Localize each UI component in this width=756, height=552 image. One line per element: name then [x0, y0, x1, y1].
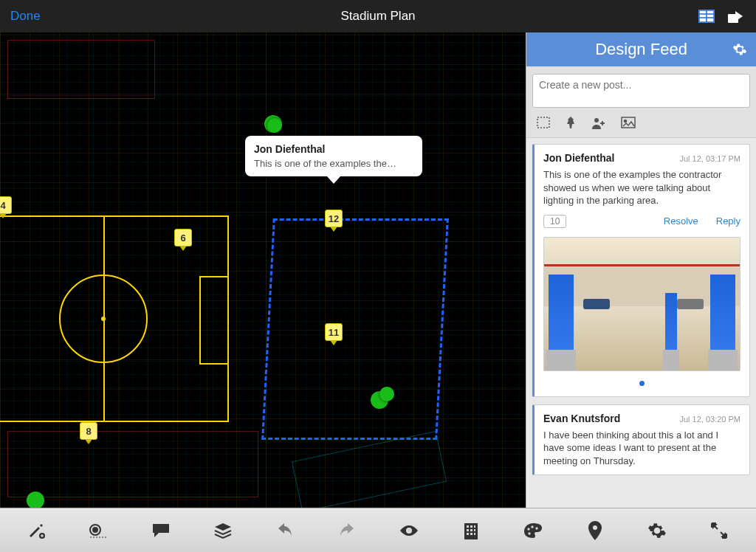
marker-dot[interactable]	[267, 118, 282, 133]
settings-gear-icon[interactable]	[633, 514, 681, 547]
pin-badge[interactable]: 8	[80, 422, 97, 440]
soccer-field-outline	[0, 215, 229, 422]
svg-rect-16	[470, 525, 472, 528]
feed-title: Design Feed	[595, 40, 687, 59]
grid-icon[interactable]	[698, 10, 715, 23]
feed-header: Design Feed	[526, 32, 756, 66]
top-bar: Done Stadium Plan	[0, 0, 756, 32]
palette-icon[interactable]	[509, 514, 557, 547]
view-count-badge[interactable]: 10	[543, 215, 566, 228]
visibility-icon[interactable]	[385, 514, 433, 547]
attachment-pager	[543, 376, 740, 389]
callout-author: Jon Diefenthal	[254, 143, 413, 155]
post-timestamp: Jul 12, 03:20 PM	[679, 415, 740, 424]
reply-button[interactable]: Reply	[716, 215, 740, 227]
post-actions: 10 Resolve Reply	[543, 215, 740, 228]
callout-snippet: This is one of the examples the…	[254, 158, 413, 169]
callout-popup[interactable]: Jon Diefenthal This is one of the exampl…	[245, 136, 422, 176]
location-pin-icon[interactable]	[571, 514, 619, 547]
selection-rect-icon[interactable]	[537, 117, 550, 130]
feed-scroll[interactable]: Jon Diefenthal Jul 12, 03:17 PM This is …	[526, 138, 756, 508]
post-body: I have been thinking about this a lot an…	[543, 429, 740, 468]
svg-rect-19	[470, 529, 472, 531]
svg-point-9	[625, 120, 627, 123]
svg-rect-6	[537, 117, 549, 128]
svg-point-24	[527, 528, 529, 530]
svg-point-25	[531, 525, 533, 528]
bottom-toolbar	[0, 508, 756, 552]
svg-rect-22	[470, 533, 472, 535]
svg-rect-18	[467, 529, 469, 531]
feed-post: Jon Diefenthal Jul 12, 03:17 PM This is …	[532, 144, 750, 397]
svg-rect-20	[474, 529, 475, 531]
image-icon[interactable]	[621, 117, 636, 130]
drawing-canvas[interactable]: 4 6 8 11 12 Jon Diefenthal This is one o…	[0, 32, 526, 508]
compose-input[interactable]	[532, 74, 750, 108]
share-icon[interactable]	[728, 10, 746, 23]
svg-point-13	[408, 529, 410, 532]
post-author: Jon Diefenthal	[543, 152, 614, 164]
done-button[interactable]: Done	[10, 9, 41, 24]
page-title: Stadium Plan	[340, 9, 415, 24]
building-icon[interactable]	[447, 514, 495, 547]
svg-rect-21	[467, 533, 469, 535]
post-body: This is one of the examples the contract…	[543, 168, 740, 207]
redo-icon[interactable]	[323, 514, 371, 547]
svg-point-12	[93, 528, 97, 532]
resolve-button[interactable]: Resolve	[664, 215, 698, 227]
pin-badge[interactable]: 12	[325, 210, 343, 227]
main-area: 4 6 8 11 12 Jon Diefenthal This is one o…	[0, 32, 756, 508]
add-person-icon[interactable]	[591, 117, 606, 130]
measure-icon[interactable]	[75, 514, 123, 547]
compose-area	[526, 66, 756, 138]
svg-rect-15	[467, 525, 469, 528]
cad-detail-block	[7, 431, 258, 497]
marker-dot[interactable]	[379, 387, 394, 401]
feed-post: Evan Knutsford Jul 12, 03:20 PM I have b…	[532, 404, 750, 476]
edit-add-icon[interactable]	[13, 514, 61, 547]
post-author: Evan Knutsford	[543, 413, 620, 424]
svg-point-26	[535, 527, 537, 529]
selection-region	[261, 218, 449, 440]
fullscreen-icon[interactable]	[695, 514, 743, 547]
marker-dot[interactable]	[27, 491, 44, 508]
svg-rect-17	[474, 525, 475, 528]
post-attachment-image[interactable]	[543, 237, 740, 371]
layers-icon[interactable]	[199, 514, 247, 547]
pager-dot	[639, 381, 645, 386]
svg-point-27	[528, 532, 530, 534]
svg-point-7	[594, 118, 599, 123]
comment-icon[interactable]	[137, 514, 185, 547]
pin-badge[interactable]: 11	[325, 323, 343, 341]
undo-icon[interactable]	[261, 514, 309, 547]
top-right-actions	[698, 10, 746, 23]
pushpin-icon[interactable]	[565, 117, 577, 130]
design-feed-panel: Design Feed	[526, 32, 756, 508]
gear-icon[interactable]	[732, 42, 747, 57]
pin-badge[interactable]: 6	[174, 229, 192, 246]
svg-rect-23	[474, 533, 475, 535]
pin-badge[interactable]: 4	[0, 196, 12, 214]
cad-detail-block	[7, 40, 155, 99]
compose-toolbar	[532, 111, 750, 133]
post-timestamp: Jul 12, 03:17 PM	[679, 154, 740, 163]
